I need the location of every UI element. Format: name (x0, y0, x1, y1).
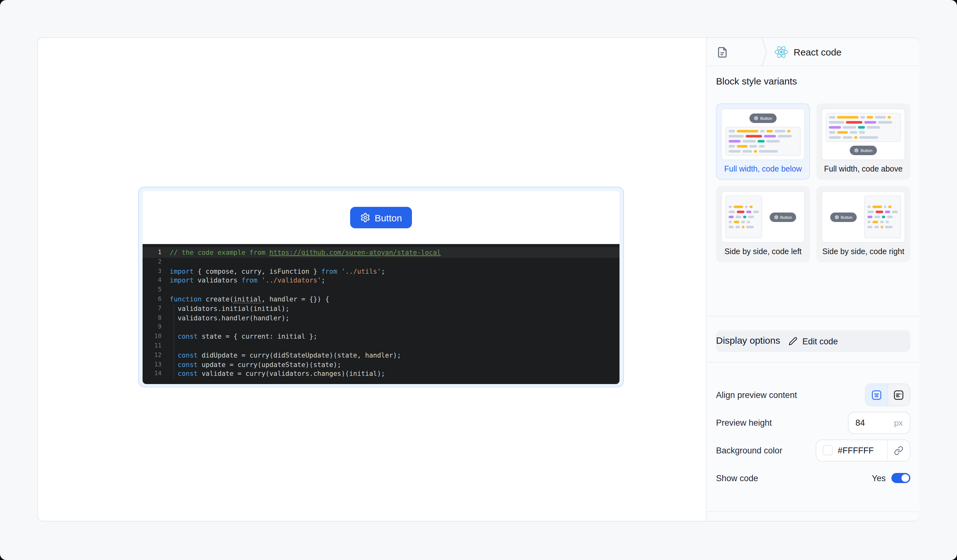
gear-icon (360, 213, 370, 222)
variant-thumbnail: Button (821, 191, 905, 243)
variant-side-by-side-code-left[interactable]: Button Side by side, code left (716, 186, 810, 262)
preview-height-row: Preview height px (716, 411, 910, 434)
block-preview-area: Button (142, 191, 619, 244)
show-code-control: Yes (872, 473, 910, 483)
show-code-row: Show code Yes (716, 467, 910, 489)
align-center-option[interactable] (865, 384, 887, 405)
variant-full-width-code-above[interactable]: Button Full width, code above (816, 103, 910, 180)
preview-button[interactable]: Button (350, 207, 412, 228)
selected-code-block[interactable]: Button 1// the code example from https:/… (138, 187, 624, 387)
file-icon[interactable] (717, 46, 728, 58)
show-code-toggle[interactable] (891, 473, 910, 483)
preview-button-label: Button (375, 212, 402, 223)
color-hex-value: #FFFFFF (838, 446, 874, 455)
background-color-control: #FFFFFF (816, 439, 910, 461)
color-swatch[interactable] (823, 445, 833, 455)
breadcrumb-current[interactable]: React code (775, 38, 842, 66)
editor-window: Button 1// the code example from https:/… (37, 37, 919, 522)
show-code-label: Show code (716, 473, 758, 483)
align-center-icon (871, 390, 882, 400)
section-divider (707, 511, 919, 512)
pencil-icon (788, 337, 798, 345)
code-editor[interactable]: 1// the code example from https://github… (142, 244, 619, 384)
align-preview-row: Align preview content (716, 383, 910, 406)
panel-title: React code (794, 47, 842, 57)
link-icon (894, 446, 903, 455)
preview-height-input[interactable] (856, 418, 887, 427)
show-code-state: Yes (872, 473, 886, 483)
variant-grid: Button Full width, code below Button Ful… (716, 103, 910, 262)
react-icon (775, 46, 788, 58)
section-divider (707, 362, 919, 363)
indent-guide (174, 304, 174, 379)
section-divider (707, 316, 919, 317)
preview-height-field: px (848, 412, 910, 434)
link-color-button[interactable] (887, 440, 910, 461)
variant-thumbnail: Button (821, 109, 905, 160)
align-segmented-control (865, 383, 910, 406)
preview-height-label: Preview height (716, 418, 772, 427)
variants-heading: Block style variants (716, 76, 797, 87)
variant-thumbnail: Button (721, 191, 805, 243)
background-color-value[interactable]: #FFFFFF (816, 440, 887, 461)
code-lines: 1// the code example from https://github… (142, 248, 619, 379)
breadcrumb-separator-icon (761, 38, 768, 66)
align-left-icon (894, 390, 904, 400)
variant-full-width-code-below[interactable]: Button Full width, code below (716, 103, 810, 180)
toggle-knob (902, 474, 909, 482)
app-background: Button 1// the code example from https:/… (0, 0, 957, 560)
settings-panel: React code Block style variants Button F… (706, 38, 919, 521)
preview-height-unit: px (894, 418, 903, 427)
panel-header: React code (707, 38, 919, 66)
variant-thumbnail: Button (721, 109, 805, 160)
align-left-option[interactable] (887, 384, 910, 405)
align-preview-label: Align preview content (716, 390, 797, 399)
variant-side-by-side-code-right[interactable]: Button Side by side, code right (816, 186, 910, 262)
display-options-heading: Display options (716, 335, 780, 345)
background-color-label: Background color (716, 446, 782, 455)
background-color-row: Background color #FFFFFF (716, 439, 910, 462)
